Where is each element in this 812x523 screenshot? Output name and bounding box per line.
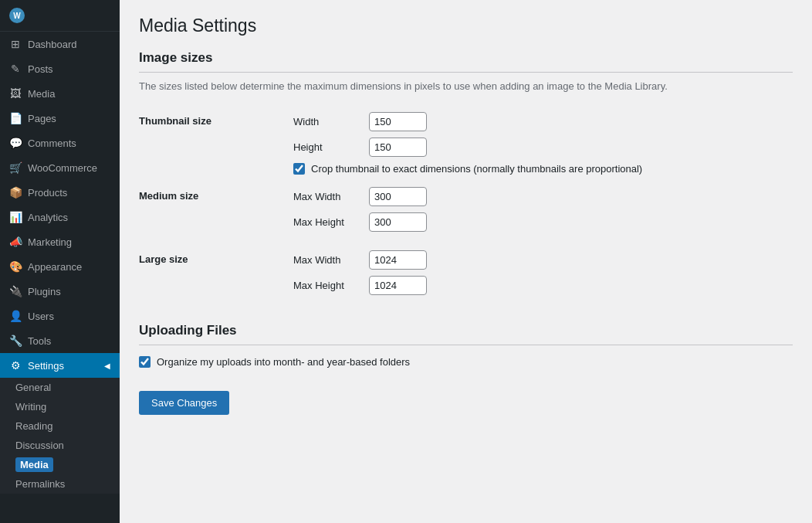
submenu-item-general[interactable]: General — [0, 378, 120, 397]
large-fields: Max Width Max Height — [293, 244, 793, 307]
sidebar-item-dashboard[interactable]: ⊞ Dashboard — [0, 32, 120, 56]
marketing-icon: 📣 — [9, 236, 22, 248]
thumbnail-height-label: Height — [293, 141, 363, 153]
sidebar-item-tools[interactable]: 🔧 Tools — [0, 328, 120, 353]
large-height-row: Max Height — [293, 276, 793, 295]
sidebar-item-comments[interactable]: 💬 Comments — [0, 131, 120, 155]
uploading-files-section-title: Uploading Files — [139, 323, 793, 345]
sidebar-item-label: Plugins — [28, 286, 61, 297]
large-row: Large size Max Width Max Height — [139, 244, 793, 307]
settings-icon: ⚙ — [9, 359, 22, 372]
sidebar-item-posts[interactable]: ✎ Posts — [0, 56, 120, 81]
sidebar-item-media[interactable]: 🖼 Media — [0, 81, 120, 106]
thumbnail-crop-label: Crop thumbnail to exact dimensions (norm… — [311, 163, 642, 175]
thumbnail-row: Thumbnail size Width Height Crop thumbna… — [139, 106, 793, 181]
analytics-icon: 📊 — [9, 211, 22, 223]
image-sizes-table: Thumbnail size Width Height Crop thumbna… — [139, 106, 793, 307]
thumbnail-height-input[interactable] — [369, 138, 427, 157]
page-title: Media Settings — [139, 15, 793, 36]
medium-width-input[interactable] — [369, 187, 427, 206]
medium-max-width-label: Max Width — [293, 191, 363, 202]
sidebar-item-label: Tools — [28, 335, 51, 347]
sidebar-item-marketing[interactable]: 📣 Marketing — [0, 229, 120, 254]
users-icon: 👤 — [9, 310, 22, 322]
sidebar: W ⊞ Dashboard ✎ Posts 🖼 Media 📄 Pages 💬 … — [0, 0, 120, 523]
sidebar-item-woocommerce[interactable]: 🛒 WooCommerce — [0, 155, 120, 180]
submenu-item-writing[interactable]: Writing — [0, 397, 120, 416]
medium-fields: Max Width Max Height — [293, 181, 793, 244]
thumbnail-height-row: Height — [293, 138, 793, 157]
organize-uploads-label: Organize my uploads into month- and year… — [157, 356, 410, 368]
sidebar-item-label: Media — [28, 88, 55, 100]
organize-uploads-row: Organize my uploads into month- and year… — [139, 356, 793, 368]
thumbnail-fields: Width Height Crop thumbnail to exact dim… — [293, 106, 793, 181]
sidebar-item-settings[interactable]: ⚙ Settings ◀ — [0, 353, 120, 378]
thumbnail-crop-row: Crop thumbnail to exact dimensions (norm… — [293, 163, 793, 175]
medium-height-row: Max Height — [293, 212, 793, 232]
sidebar-item-pages[interactable]: 📄 Pages — [0, 106, 120, 131]
main-content: Media Settings Image sizes The sizes lis… — [120, 0, 812, 523]
plugins-icon: 🔌 — [9, 285, 22, 297]
products-icon: 📦 — [9, 186, 22, 199]
settings-submenu: General Writing Reading Discussion Media… — [0, 378, 120, 494]
sidebar-item-label: Marketing — [28, 236, 72, 248]
tools-icon: 🔧 — [9, 335, 22, 347]
dashboard-icon: ⊞ — [9, 38, 22, 50]
thumbnail-width-input[interactable] — [369, 112, 427, 131]
sidebar-item-label: Users — [28, 311, 54, 322]
appearance-icon: 🎨 — [9, 260, 22, 273]
sidebar-item-analytics[interactable]: 📊 Analytics — [0, 205, 120, 229]
submenu-item-permalinks[interactable]: Permalinks — [0, 474, 120, 494]
medium-row: Medium size Max Width Max Height — [139, 181, 793, 244]
sidebar-item-label: Appearance — [28, 261, 82, 273]
medium-width-row: Max Width — [293, 187, 793, 206]
sidebar-logo: W — [0, 0, 120, 32]
sidebar-item-label: Pages — [28, 113, 56, 124]
posts-icon: ✎ — [9, 63, 22, 75]
thumbnail-crop-checkbox[interactable] — [293, 163, 305, 175]
media-icon: 🖼 — [9, 87, 22, 100]
submenu-item-discussion[interactable]: Discussion — [0, 436, 120, 455]
comments-icon: 💬 — [9, 137, 22, 149]
large-height-input[interactable] — [369, 276, 427, 295]
thumbnail-width-row: Width — [293, 112, 793, 131]
sidebar-item-appearance[interactable]: 🎨 Appearance — [0, 254, 120, 279]
sidebar-item-label: Dashboard — [28, 39, 77, 50]
sidebar-item-products[interactable]: 📦 Products — [0, 180, 120, 205]
thumbnail-width-label: Width — [293, 116, 363, 127]
submenu-item-media[interactable]: Media — [0, 455, 120, 474]
sidebar-item-label: Comments — [28, 138, 76, 149]
wp-logo-icon: W — [9, 8, 25, 23]
save-changes-button[interactable]: Save Changes — [139, 391, 229, 415]
medium-max-height-label: Max Height — [293, 216, 363, 228]
sidebar-item-label: Analytics — [28, 212, 68, 223]
large-width-input[interactable] — [369, 250, 427, 270]
medium-label: Medium size — [139, 181, 293, 244]
woocommerce-icon: 🛒 — [9, 161, 22, 174]
sidebar-item-label: Posts — [28, 63, 53, 75]
thumbnail-label: Thumbnail size — [139, 106, 293, 181]
sidebar-item-label: WooCommerce — [28, 162, 97, 174]
large-width-row: Max Width — [293, 250, 793, 270]
sidebar-item-label: Settings — [28, 360, 64, 372]
image-sizes-section-title: Image sizes — [139, 50, 793, 73]
large-label: Large size — [139, 244, 293, 307]
sidebar-item-users[interactable]: 👤 Users — [0, 304, 120, 328]
sidebar-item-plugins[interactable]: 🔌 Plugins — [0, 279, 120, 304]
settings-arrow-icon: ◀ — [104, 362, 110, 370]
image-sizes-description: The sizes listed below determine the max… — [139, 80, 793, 92]
medium-height-input[interactable] — [369, 212, 427, 232]
organize-uploads-checkbox[interactable] — [139, 356, 151, 368]
submenu-item-reading[interactable]: Reading — [0, 416, 120, 436]
large-max-height-label: Max Height — [293, 280, 363, 291]
sidebar-item-label: Products — [28, 187, 67, 199]
pages-icon: 📄 — [9, 112, 22, 124]
large-max-width-label: Max Width — [293, 254, 363, 266]
